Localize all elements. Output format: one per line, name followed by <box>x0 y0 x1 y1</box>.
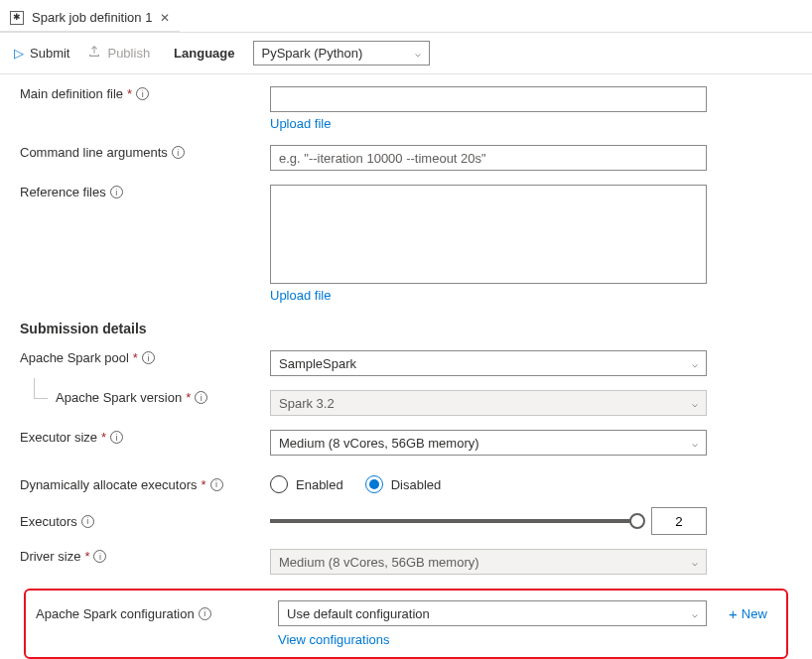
chevron-down-icon: ⌵ <box>415 48 421 59</box>
version-value: Spark 3.2 <box>279 396 335 411</box>
version-select: Spark 3.2 ⌵ <box>270 390 707 416</box>
spark-config-value: Use default configuration <box>287 606 430 621</box>
chevron-down-icon: ⌵ <box>692 557 698 568</box>
enabled-label: Enabled <box>296 477 343 492</box>
info-icon[interactable]: i <box>110 186 123 198</box>
new-config-button[interactable]: + New <box>729 605 767 622</box>
tab-spark-job[interactable]: ✱ Spark job definition 1 ✕ <box>0 4 180 32</box>
cmd-args-input[interactable] <box>270 145 707 171</box>
disabled-label: Disabled <box>391 477 442 492</box>
info-icon[interactable]: i <box>110 431 123 444</box>
radio-enabled[interactable]: Enabled <box>270 475 343 493</box>
main-def-file-input[interactable] <box>270 86 707 112</box>
info-icon[interactable]: i <box>195 391 207 404</box>
executors-label: Executors <box>20 514 77 529</box>
required-mark: * <box>127 86 132 101</box>
language-label: Language <box>174 46 234 61</box>
radio-icon-checked <box>365 475 383 493</box>
view-configs-link[interactable]: View configurations <box>278 632 390 647</box>
info-icon[interactable]: i <box>136 87 149 100</box>
spark-config-select[interactable]: Use default configuration ⌵ <box>278 600 707 626</box>
publish-button: Publish <box>87 45 150 62</box>
language-select[interactable]: PySpark (Python) ⌵ <box>253 41 430 66</box>
upload-file-link[interactable]: Upload file <box>270 116 331 131</box>
required-mark: * <box>201 477 205 492</box>
required-mark: * <box>101 430 106 445</box>
slider-thumb[interactable] <box>629 513 645 529</box>
chevron-down-icon: ⌵ <box>692 398 698 409</box>
submit-label: Submit <box>30 46 69 61</box>
ref-files-input[interactable] <box>270 185 707 284</box>
info-icon[interactable]: i <box>81 515 94 528</box>
spark-job-icon: ✱ <box>10 11 24 25</box>
required-mark: * <box>186 390 191 405</box>
pool-label: Apache Spark pool <box>20 350 129 365</box>
language-value: PySpark (Python) <box>262 46 363 61</box>
exec-size-label: Executor size <box>20 430 97 445</box>
executors-slider[interactable] <box>270 519 637 523</box>
executors-value-input[interactable] <box>651 507 707 535</box>
dyn-alloc-label: Dynamically allocate executors <box>20 477 197 492</box>
info-icon[interactable]: i <box>210 478 223 491</box>
driver-size-value: Medium (8 vCores, 56GB memory) <box>279 555 479 570</box>
upload-icon <box>87 45 101 62</box>
radio-icon <box>270 475 288 493</box>
pool-value: SampleSpark <box>279 356 356 371</box>
main-def-file-label: Main definition file <box>20 86 123 101</box>
close-icon[interactable]: ✕ <box>160 11 170 25</box>
submit-button[interactable]: ▷ Submit <box>14 46 69 61</box>
radio-disabled[interactable]: Disabled <box>365 475 442 493</box>
info-icon[interactable]: i <box>93 550 106 563</box>
required-mark: * <box>133 350 138 365</box>
required-mark: * <box>84 549 89 564</box>
pool-select[interactable]: SampleSpark ⌵ <box>270 350 707 376</box>
driver-size-select: Medium (8 vCores, 56GB memory) ⌵ <box>270 549 707 575</box>
info-icon[interactable]: i <box>199 607 211 620</box>
version-label: Apache Spark version <box>56 390 182 405</box>
chevron-down-icon: ⌵ <box>692 438 698 449</box>
spark-config-highlight: Apache Spark configuration i Use default… <box>24 589 788 659</box>
info-icon[interactable]: i <box>142 351 155 364</box>
exec-size-select[interactable]: Medium (8 vCores, 56GB memory) ⌵ <box>270 430 707 456</box>
publish-label: Publish <box>107 46 150 61</box>
play-icon: ▷ <box>14 46 24 61</box>
submission-details-title: Submission details <box>20 321 792 336</box>
info-icon[interactable]: i <box>172 146 185 159</box>
driver-size-label: Driver size <box>20 549 80 564</box>
spark-config-label: Apache Spark configuration <box>36 606 195 621</box>
chevron-down-icon: ⌵ <box>692 608 698 619</box>
upload-file-link-2[interactable]: Upload file <box>270 288 331 303</box>
ref-files-label: Reference files <box>20 185 106 199</box>
cmd-args-label: Command line arguments <box>20 145 168 160</box>
plus-icon: + <box>729 605 738 622</box>
tab-title: Spark job definition 1 <box>32 10 152 25</box>
exec-size-value: Medium (8 vCores, 56GB memory) <box>279 436 479 451</box>
new-label: New <box>742 606 767 621</box>
chevron-down-icon: ⌵ <box>692 358 698 369</box>
